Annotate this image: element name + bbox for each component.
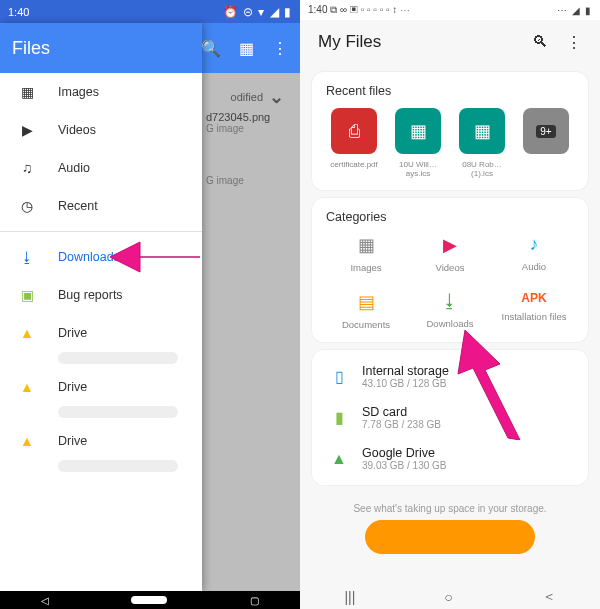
status-bar-right: 1:40 ⧉ ∞ ▣ ▫ ▫ ▫ ▫ ▫ ↕ ⋯ ⋯ ◢ ▮: [300, 0, 600, 20]
category-downloads[interactable]: ⭳ Downloads: [410, 291, 490, 330]
bug-icon: ▣: [18, 287, 36, 303]
download-icon: ⭳: [441, 291, 459, 312]
divider: [0, 231, 202, 232]
recent-file-name: 10U Will…ays.ics: [390, 160, 446, 178]
drawer-title: Files: [0, 23, 202, 73]
drive-icon: ▲: [18, 325, 36, 341]
category-documents[interactable]: ▤ Documents: [326, 291, 406, 330]
apk-icon: APK: [521, 291, 546, 305]
recent-file-name: certificate.pdf: [330, 160, 378, 169]
drawer-item-downloads[interactable]: ⭳ Downloads: [0, 238, 202, 276]
file-name[interactable]: d723045.png: [206, 111, 300, 123]
drawer-item-label: Images: [58, 85, 99, 99]
category-label: Documents: [342, 319, 390, 330]
phone-icon: ▯: [328, 367, 350, 386]
drive-icon: ▲: [18, 379, 36, 395]
drawer-item-label: Bug reports: [58, 288, 123, 302]
category-label: Images: [350, 262, 381, 273]
back-button[interactable]: ◁: [41, 595, 49, 606]
recent-icon: ◷: [18, 198, 36, 214]
chevron-down-icon[interactable]: ⌄: [269, 86, 284, 108]
storage-name: Internal storage: [362, 364, 449, 378]
more-icon[interactable]: ⋮: [566, 33, 582, 52]
categories-card: Categories ▦ Images ▶ Videos ♪ Audio ▤ D…: [312, 198, 588, 342]
recent-files-card: Recent files ⎙ certificate.pdf ▦ 10U Wil…: [312, 72, 588, 190]
drawer-item-label: Downloads: [58, 250, 120, 264]
recent-more-button[interactable]: 9+: [518, 108, 574, 178]
category-installation-files[interactable]: APK Installation files: [494, 291, 574, 330]
category-audio[interactable]: ♪ Audio: [494, 234, 574, 273]
card-heading: Recent files: [326, 84, 574, 98]
videos-icon: ▶: [18, 122, 36, 138]
drawer-item-label: Drive: [58, 434, 87, 448]
audio-icon: ♪: [530, 234, 539, 255]
videos-icon: ▶: [443, 234, 457, 256]
status-left-icons: ⧉ ∞ ▣ ▫ ▫ ▫ ▫ ▫ ↕ ⋯: [330, 4, 410, 15]
drive-icon: ▲: [18, 433, 36, 449]
more-icon[interactable]: ⋮: [272, 39, 288, 58]
drawer-item-label: Drive: [58, 326, 87, 340]
file-type: G image: [206, 175, 300, 186]
drawer-item-videos[interactable]: ▶ Videos: [0, 111, 202, 149]
more-thumbnail: 9+: [523, 108, 569, 154]
drawer-item-images[interactable]: ▦ Images: [0, 73, 202, 111]
app-bar-right: My Files 🔍︎ ⋮: [300, 20, 600, 64]
drawer-item-label: Drive: [58, 380, 87, 394]
storage-card: ▯ Internal storage 43.10 GB / 128 GB ▮ S…: [312, 350, 588, 485]
category-label: Videos: [436, 262, 465, 273]
drive-account-redacted: [0, 406, 202, 422]
status-right-icons: ⋯ ◢ ▮: [557, 5, 592, 16]
recent-file[interactable]: ⎙ certificate.pdf: [326, 108, 382, 178]
category-videos[interactable]: ▶ Videos: [410, 234, 490, 273]
storage-sd-card[interactable]: ▮ SD card 7.78 GB / 238 GB: [326, 397, 574, 438]
page-title: My Files: [318, 32, 381, 52]
drawer-item-drive[interactable]: ▲ Drive: [0, 314, 202, 352]
storage-name: Google Drive: [362, 446, 447, 460]
storage-internal[interactable]: ▯ Internal storage 43.10 GB / 128 GB: [326, 356, 574, 397]
category-images[interactable]: ▦ Images: [326, 234, 406, 273]
file-list-peek: odified ⌄ d723045.png G image G image: [202, 73, 300, 591]
status-icons: ⏰ ⊝ ▾ ◢ ▮: [223, 5, 292, 19]
download-icon: ⭳: [18, 249, 36, 265]
recents-button[interactable]: ▢: [250, 595, 259, 606]
drawer-item-bug-reports[interactable]: ▣ Bug reports: [0, 276, 202, 314]
recent-file-name: 08U Rob…(1).ics: [454, 160, 510, 178]
sort-label[interactable]: odified: [231, 91, 263, 103]
category-label: Audio: [522, 261, 546, 272]
storage-tip-text: See what's taking up space in your stora…: [300, 493, 600, 520]
storage-google-drive[interactable]: ▲ Google Drive 39.03 GB / 130 GB: [326, 438, 574, 479]
navigation-bar-left: ◁ ▢: [0, 591, 300, 609]
drawer-item-label: Recent: [58, 199, 98, 213]
status-bar-left: 1:40 ⏰ ⊝ ▾ ◢ ▮: [0, 0, 300, 23]
recent-file[interactable]: ▦ 08U Rob…(1).ics: [454, 108, 510, 178]
drawer-item-audio[interactable]: ♫ Audio: [0, 149, 202, 187]
navigation-bar-right: ||| ○ ＜: [300, 585, 600, 609]
recent-file[interactable]: ▦ 10U Will…ays.ics: [390, 108, 446, 178]
navigation-drawer: Files ▦ Images ▶ Videos ♫ Audio ◷ Recent…: [0, 23, 202, 591]
status-time: 1:40: [308, 4, 327, 15]
drawer-item-label: Audio: [58, 161, 90, 175]
images-icon: ▦: [358, 234, 375, 256]
documents-icon: ▤: [358, 291, 375, 313]
recents-button[interactable]: |||: [344, 589, 355, 605]
storage-size: 43.10 GB / 128 GB: [362, 378, 449, 389]
storage-size: 39.03 GB / 130 GB: [362, 460, 447, 471]
back-button[interactable]: ＜: [542, 588, 556, 606]
home-button[interactable]: [131, 596, 167, 604]
search-icon[interactable]: 🔍︎: [532, 33, 548, 52]
drawer-item-recent[interactable]: ◷ Recent: [0, 187, 202, 225]
analyze-storage-button[interactable]: [365, 520, 535, 554]
home-button[interactable]: ○: [444, 589, 452, 605]
calendar-icon: ▦: [459, 108, 505, 154]
drive-account-redacted: [0, 352, 202, 368]
card-heading: Categories: [326, 210, 574, 224]
status-time: 1:40: [8, 6, 29, 18]
drawer-item-label: Videos: [58, 123, 96, 137]
drive-icon: ▲: [328, 450, 350, 468]
search-icon[interactable]: 🔍: [201, 39, 221, 58]
category-label: Installation files: [502, 311, 567, 322]
drawer-item-drive[interactable]: ▲ Drive: [0, 422, 202, 460]
grid-view-icon[interactable]: ▦: [239, 39, 254, 58]
storage-name: SD card: [362, 405, 441, 419]
drawer-item-drive[interactable]: ▲ Drive: [0, 368, 202, 406]
